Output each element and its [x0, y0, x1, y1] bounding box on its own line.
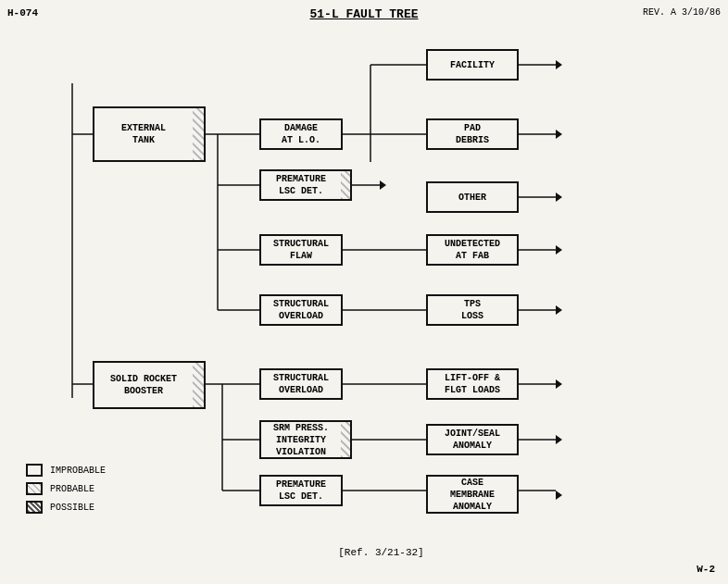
premature-lsc-2-box: PREMATURELSC DET. [259, 475, 343, 506]
page-title: 51-L FAULT TREE [309, 7, 418, 21]
page-number: W-2 [697, 564, 715, 575]
undetected-arrow [556, 245, 562, 255]
joint-seal-arrow [556, 435, 562, 444]
legend-possible-label: POSSIBLE [50, 503, 94, 513]
structural-overload-1-box: STRUCTURALOVERLOAD [259, 294, 343, 326]
premature-lsc-1-box: PREMATURELSC DET. [259, 169, 343, 201]
srb-hatch [193, 361, 206, 409]
undetected-box: UNDETECTEDAT FAB [426, 234, 519, 266]
other-arrow [556, 193, 562, 202]
connector-lines [0, 0, 728, 584]
facility-arrow [556, 60, 562, 69]
liftoff-box: LIFT-OFF &FLGT LOADS [426, 368, 519, 400]
premature-lsc1-hatch [341, 169, 352, 201]
legend-probable: PROBABLE [26, 482, 106, 495]
reference-label: [Ref. 3/21-32] [338, 547, 423, 558]
revision-label: REV. A 3/10/86 [643, 7, 721, 18]
external-tank-box: EXTERNALTANK [93, 106, 195, 162]
other-box: OTHER [426, 181, 519, 213]
legend-improbable-box [26, 464, 43, 477]
legend-improbable-label: IMPROBABLE [50, 466, 106, 476]
structural-overload-2-box: STRUCTURALOVERLOAD [259, 368, 343, 400]
pad-debris-arrow [556, 130, 562, 139]
legend-possible: POSSIBLE [26, 501, 106, 514]
case-membrane-arrow [556, 491, 562, 500]
joint-seal-box: JOINT/SEALANOMALY [426, 424, 519, 455]
legend: IMPROBABLE PROBABLE POSSIBLE [26, 464, 106, 519]
structural-flaw-box: STRUCTURALFLAW [259, 234, 343, 266]
legend-probable-label: PROBABLE [50, 484, 94, 494]
legend-probable-box [26, 482, 43, 495]
legend-possible-box [26, 501, 43, 514]
premature-lsc1-arrow [380, 180, 386, 190]
pad-debris-box: PADDEBRIS [426, 118, 519, 150]
external-tank-hatch [193, 106, 206, 162]
tps-loss-box: TPSLOSS [426, 294, 519, 326]
tps-loss-arrow [556, 305, 562, 315]
doc-id: H-074 [7, 7, 38, 19]
srm-press-box: SRM PRESS.INTEGRITYVIOLATION [259, 420, 343, 459]
legend-improbable: IMPROBABLE [26, 464, 106, 477]
damage-lo-box: DAMAGEAT L.O. [259, 118, 343, 150]
liftoff-arrow [556, 379, 562, 389]
solid-rocket-booster-box: SOLID ROCKETBOOSTER [93, 361, 195, 409]
case-membrane-box: CASEMEMBRANEANOMALY [426, 475, 519, 514]
srm-press-hatch [341, 420, 352, 459]
facility-box: FACILITY [426, 49, 519, 81]
